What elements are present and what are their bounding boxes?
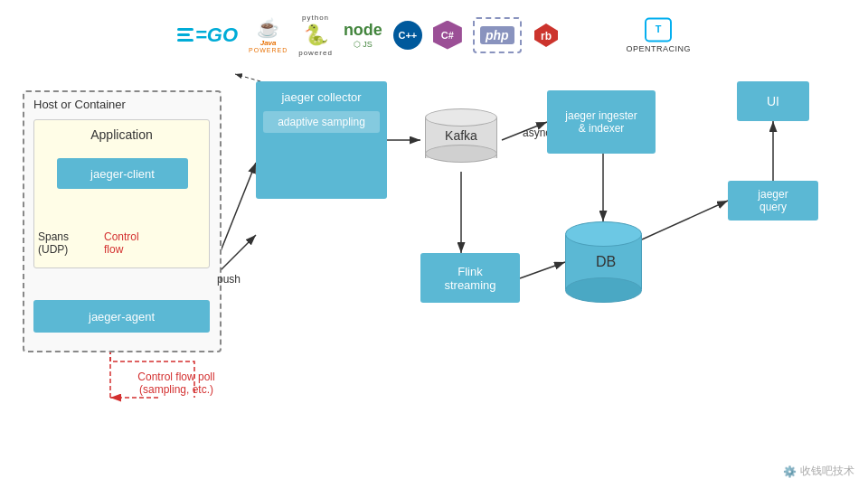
java-logo: ☕ Java POWERED (249, 17, 288, 53)
kafka-label: Kafka (445, 128, 477, 143)
go-logo: =GO (177, 17, 238, 53)
node-logo: node ⬡ JS (344, 17, 382, 53)
svg-line-13 (520, 262, 565, 278)
flink-box: Flink streaming (420, 253, 520, 303)
jaeger-client-box: jaeger-client (57, 158, 188, 189)
push-label: push (217, 273, 241, 286)
watermark-text: 收钱吧技术 (800, 464, 854, 479)
opentracing-logo: T OPENTRACING (627, 17, 692, 53)
csharp-logo: C# (433, 21, 462, 50)
ingester-label1: jaeger ingester (565, 109, 637, 122)
php-logo: php (473, 17, 522, 53)
kafka-cylinder: Kafka (420, 108, 502, 172)
watermark-icon: ⚙️ (783, 465, 797, 478)
collector-label1: jaeger collector (263, 90, 380, 104)
host-label: Host or Container (33, 98, 126, 111)
flink-label2: streaming (444, 278, 495, 292)
python-logo: python 🐍 powered (298, 17, 333, 53)
control-flow-poll-label: Control flow poll(sampling, etc.) (104, 371, 249, 396)
ingester-label2: & indexer (565, 122, 637, 135)
collector-inner: adaptive sampling (263, 111, 380, 133)
jaeger-agent-box: jaeger-agent (33, 300, 210, 333)
svg-text:T: T (656, 23, 662, 34)
control-flow-label: Controlflow (104, 230, 139, 256)
diagram: Host or Container Application jaeger-cli… (14, 72, 854, 474)
ui-box: UI (737, 81, 809, 121)
application-label: Application (34, 120, 209, 149)
db-label: DB (596, 254, 616, 270)
logo-bar: =GO ☕ Java POWERED python 🐍 powered node… (0, 0, 868, 68)
spans-label: Spans(UDP) (38, 230, 69, 256)
cpp-logo: C++ (393, 21, 422, 50)
ruby-logo: rb (533, 17, 560, 53)
flink-label1: Flink (444, 265, 495, 278)
svg-line-15 (642, 201, 728, 239)
query-label2: query (758, 201, 788, 213)
collector-box: jaeger collector adaptive sampling (256, 81, 387, 199)
ingester-box: jaeger ingester & indexer (547, 90, 656, 154)
watermark: ⚙️ 收钱吧技术 (783, 464, 854, 479)
db-cylinder: DB (565, 221, 646, 303)
query-box: jaeger query (728, 181, 818, 221)
host-container: Host or Container Application jaeger-cli… (23, 90, 222, 352)
collector-label2: adaptive sampling (278, 116, 365, 128)
query-label1: jaeger (758, 188, 788, 201)
svg-text:rb: rb (541, 30, 552, 42)
